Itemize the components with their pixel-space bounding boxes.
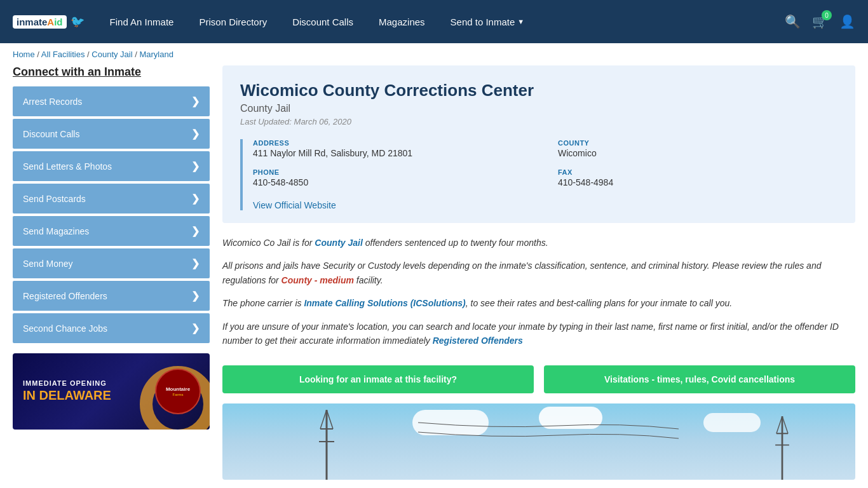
icsolutions-link[interactable]: Inmate Calling Solutions (ICSolutions) (304, 298, 465, 308)
desc-para-1: Wicomico Co Jail is for County Jail offe… (222, 236, 855, 250)
sidebar-title: Connect with an Inmate (13, 65, 210, 79)
phone-label: PHONE (253, 168, 532, 176)
address-label: ADDRESS (253, 139, 532, 147)
header-actions: 🔍 🛒 0 👤 (785, 14, 855, 29)
sidebar-ad[interactable]: IMMEDIATE OPENING IN DELAWARE Mountaire … (13, 353, 210, 430)
address-value: 411 Naylor Mill Rd, Salisbury, MD 21801 (253, 148, 532, 158)
county-block: COUNTY Wicomico (558, 139, 837, 158)
desc-para-2: All prisons and jails have Security or C… (222, 259, 855, 287)
county-jail-link-1[interactable]: County Jail (315, 238, 362, 248)
facility-info-grid: ADDRESS 411 Naylor Mill Rd, Salisbury, M… (240, 139, 837, 210)
visitations-button[interactable]: Visitations - times, rules, Covid cancel… (544, 365, 855, 393)
cta-buttons: Looking for an inmate at this facility? … (222, 365, 855, 393)
fax-value: 410-548-4984 (558, 177, 837, 187)
facility-image (222, 403, 855, 480)
power-lines (222, 403, 855, 480)
main-nav: Find An Inmate Prison Directory Discount… (110, 17, 759, 27)
county-medium-link[interactable]: County - medium (281, 275, 354, 285)
main-container: Connect with an Inmate Arrest Records ❯ … (0, 65, 868, 488)
sidebar-item-arrest-records[interactable]: Arrest Records ❯ (13, 86, 210, 116)
sidebar-menu: Arrest Records ❯ Discount Calls ❯ Send L… (13, 86, 210, 343)
logo-birds: 🐦 (71, 15, 85, 29)
arrow-icon: ❯ (191, 128, 200, 140)
county-value: Wicomico (558, 148, 837, 158)
dropdown-arrow-icon: ▼ (517, 18, 524, 25)
site-header: inmateAid 🐦 Find An Inmate Prison Direct… (0, 0, 868, 43)
fax-block: FAX 410-548-4984 (558, 168, 837, 187)
arrow-icon: ❯ (191, 95, 200, 107)
arrow-icon: ❯ (191, 225, 200, 237)
desc-para-3: The phone carrier is Inmate Calling Solu… (222, 296, 855, 310)
sidebar: Connect with an Inmate Arrest Records ❯ … (13, 65, 210, 480)
nav-magazines[interactable]: Magazines (379, 17, 425, 27)
arrow-icon: ❯ (191, 290, 200, 302)
logo[interactable]: inmateAid 🐦 (13, 15, 85, 29)
breadcrumb-home[interactable]: Home (13, 50, 35, 59)
breadcrumb-all-facilities[interactable]: All Facilities (41, 50, 85, 59)
main-content: Wicomico County Corrections Center Count… (222, 65, 855, 480)
official-website-link[interactable]: View Official Website (253, 200, 336, 210)
sidebar-item-discount-calls[interactable]: Discount Calls ❯ (13, 119, 210, 149)
county-label: COUNTY (558, 139, 837, 147)
phone-block: PHONE 410-548-4850 (253, 168, 532, 187)
address-block: ADDRESS 411 Naylor Mill Rd, Salisbury, M… (253, 139, 532, 158)
desc-para-4: If you are unsure of your inmate's locat… (222, 320, 855, 348)
nav-discount-calls[interactable]: Discount Calls (292, 17, 353, 27)
arrow-icon: ❯ (191, 193, 200, 205)
nav-prison-directory[interactable]: Prison Directory (199, 17, 267, 27)
nav-find-inmate[interactable]: Find An Inmate (110, 17, 174, 27)
fax-label: FAX (558, 168, 837, 176)
website-block: View Official Website (253, 200, 837, 210)
inmate-search-button[interactable]: Looking for an inmate at this facility? (222, 365, 534, 393)
arrow-icon: ❯ (191, 257, 200, 269)
breadcrumb: Home / All Facilities / County Jail / Ma… (0, 43, 868, 65)
sidebar-item-send-magazines[interactable]: Send Magazines ❯ (13, 216, 210, 246)
facility-updated: Last Updated: March 06, 2020 (240, 117, 837, 126)
sidebar-item-second-chance-jobs[interactable]: Second Chance Jobs ❯ (13, 313, 210, 343)
registered-offenders-link[interactable]: Registered Offenders (433, 336, 523, 346)
breadcrumb-maryland[interactable]: Maryland (139, 50, 173, 59)
cart-button[interactable]: 🛒 0 (812, 14, 828, 29)
user-button[interactable]: 👤 (839, 14, 855, 29)
sidebar-item-send-money[interactable]: Send Money ❯ (13, 248, 210, 278)
sidebar-item-send-postcards[interactable]: Send Postcards ❯ (13, 184, 210, 214)
ad-logo: Mountaire Farms (155, 369, 201, 414)
facility-type: County Jail (240, 103, 837, 114)
sidebar-item-registered-offenders[interactable]: Registered Offenders ❯ (13, 281, 210, 311)
breadcrumb-county-jail[interactable]: County Jail (92, 50, 132, 59)
ad-logo-text: Mountaire (166, 386, 190, 393)
phone-value: 410-548-4850 (253, 177, 532, 187)
ad-top-text: IMMEDIATE OPENING (23, 379, 107, 387)
sidebar-item-send-letters[interactable]: Send Letters & Photos ❯ (13, 151, 210, 181)
search-button[interactable]: 🔍 (785, 14, 801, 29)
logo-icon: inmateAid (13, 15, 67, 29)
arrow-icon: ❯ (191, 322, 200, 334)
nav-send-to-inmate[interactable]: Send to Inmate ▼ (451, 17, 525, 27)
ad-main-text: IN DELAWARE (23, 387, 111, 403)
facility-name: Wicomico County Corrections Center (240, 81, 837, 100)
facility-card: Wicomico County Corrections Center Count… (222, 65, 855, 223)
ad-logo-sub: Farms (173, 393, 184, 396)
cart-badge: 0 (822, 10, 832, 20)
arrow-icon: ❯ (191, 160, 200, 172)
description-section: Wicomico Co Jail is for County Jail offe… (222, 233, 855, 365)
